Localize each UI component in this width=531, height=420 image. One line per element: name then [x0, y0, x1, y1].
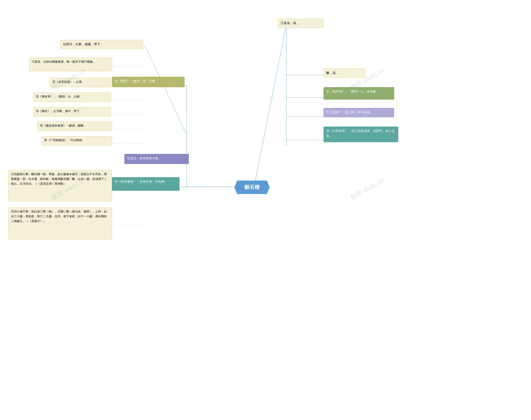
left-middle-olive: ③《纲目》：酸涩，温，无毒。	[112, 77, 185, 87]
left-purple: ②孟诜：多食损齿令黑。	[124, 154, 189, 164]
left-upper-1: ①孟诜：治赤白痢腹痛者，取一枚并子捣汁顿服。	[29, 58, 112, 71]
left-bottom-2: ②治小便不禁：柏白皮三两（锉），石榴二颗（烧为灰、细研）。上药，以水三大盏，煮柏…	[8, 208, 112, 240]
watermark-4: 树图 shutu.cn	[349, 176, 386, 202]
left-teal-bottom: ④《医林纂要》：多食生痰，作热痢。	[112, 177, 179, 191]
left-bottom-1: ①治肠滑久痢：醋石榴一枚。擘破，炭火簇烧令烟尽，急取出不令作灰，用瓷碗盖一宿，出…	[8, 170, 112, 201]
right-node-3: ①《别录》：损人肺，不可多食。	[324, 108, 394, 117]
left-upper-5: ⑤《随息居饮食谱》：解渴，醒醒。	[37, 122, 112, 131]
mind-map: 酸石榴 ①孟诜：温。 酸，温。 ②《蜀本草》：《图经》云，味甘酸。 ①《别录》：…	[0, 0, 531, 420]
svg-line-0	[254, 25, 286, 187]
left-upper-3: ③《蜀本草》：《图经》云，止痢。	[33, 92, 111, 102]
right-node-4: ③《日用本草》：其汁恋膈成痰，损肺气，病人忌食。	[324, 127, 398, 142]
right-top-node: ①孟诜：温。	[278, 19, 324, 28]
right-node-2: ②《蜀本草》：《图经》云，味甘酸。	[324, 87, 394, 100]
center-node: 酸石榴	[234, 180, 270, 194]
left-upper-6: ⑥《广州植物志》：可治胃病。	[42, 136, 112, 146]
left-upper-2: ②《本草拾遗》：止渴。	[50, 78, 111, 87]
svg-line-9	[145, 46, 187, 135]
left-top-group: 治滑泻，久痢，崩漏，带下。	[60, 40, 143, 49]
right-node-1: 酸，温。	[324, 68, 365, 78]
left-upper-4: ④《纲目》：止泻痢，崩中，带下。	[33, 107, 111, 116]
